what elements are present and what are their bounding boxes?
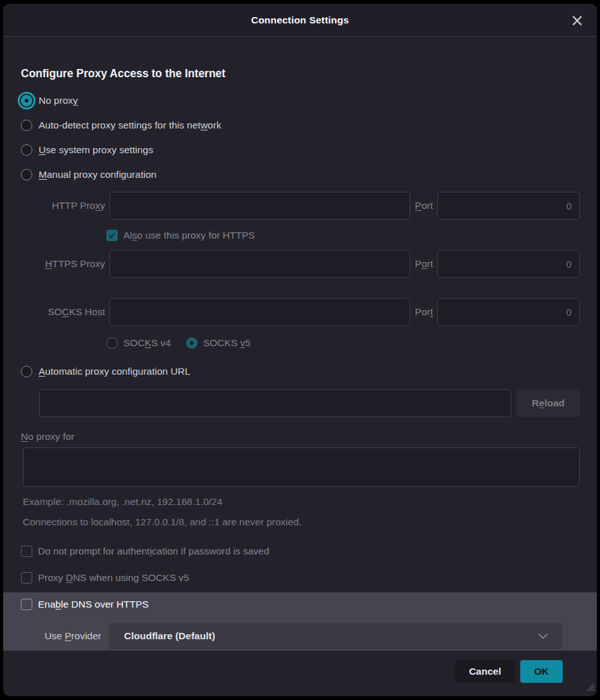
radio-socks5-icon[interactable] <box>186 337 197 349</box>
https-port-label: Port <box>410 258 437 270</box>
radio-manual-proxy-label: Manual proxy configuration <box>39 169 156 180</box>
radio-auto-detect[interactable]: Auto-detect proxy settings for this netw… <box>21 113 580 137</box>
check-icon <box>108 232 116 239</box>
reload-button[interactable]: Reload <box>516 389 580 417</box>
checkbox-icon[interactable] <box>21 599 32 610</box>
manual-proxy-group: HTTP Proxy Port Also use this proxy for … <box>18 192 580 351</box>
checkbox-enable-doh[interactable]: Enable DNS over HTTPS <box>21 599 580 610</box>
no-proxy-for-label: No proxy for <box>21 431 580 442</box>
provider-dropdown-value: Cloudflare (Default) <box>124 630 538 642</box>
socks-host-input[interactable] <box>109 298 410 326</box>
socks-host-label: SOCKS Host <box>18 306 109 318</box>
no-proxy-note-text: Connections to localhost, 127.0.0.1/8, a… <box>23 516 580 528</box>
https-proxy-label: HTTPS Proxy <box>18 258 109 270</box>
socks-port-label: Port <box>410 306 437 318</box>
auto-url-row: Reload <box>39 389 580 417</box>
dialog-titlebar: Connection Settings × <box>3 4 597 37</box>
checkbox-no-prompt[interactable]: Do not prompt for authentication if pass… <box>21 546 580 557</box>
checkbox-icon[interactable] <box>106 230 118 241</box>
radio-no-proxy-label: No proxy <box>39 95 78 106</box>
radio-socks4-icon[interactable] <box>106 337 118 349</box>
page-title: Configure Proxy Access to the Internet <box>21 67 580 80</box>
provider-dropdown[interactable]: Cloudflare (Default) <box>109 623 562 649</box>
socks-version-group: SOCKS v4 SOCKS v5 <box>106 335 580 351</box>
close-icon[interactable]: × <box>568 11 587 30</box>
http-port-input[interactable] <box>437 192 580 220</box>
no-proxy-for-textarea[interactable] <box>23 447 580 487</box>
radio-socks4-label: SOCKS v4 <box>123 337 171 349</box>
chevron-down-icon <box>538 634 548 639</box>
checkbox-icon[interactable] <box>21 546 32 557</box>
http-port-label: Port <box>410 200 437 211</box>
checkbox-no-prompt-label: Do not prompt for authentication if pass… <box>38 546 269 557</box>
checkbox-share-proxy[interactable]: Also use this proxy for HTTPS <box>106 230 580 241</box>
radio-auto-detect-label: Auto-detect proxy settings for this netw… <box>39 120 222 131</box>
dns-over-https-section: Enable DNS over HTTPS Use Provider Cloud… <box>3 592 597 651</box>
http-proxy-input[interactable] <box>109 192 410 220</box>
no-proxy-example-text: Example: .mozilla.org, .net.nz, 192.168.… <box>23 496 580 508</box>
use-provider-label: Use Provider <box>18 630 109 642</box>
ok-button[interactable]: OK <box>520 660 563 683</box>
cancel-button[interactable]: Cancel <box>455 660 515 683</box>
radio-auto-url[interactable]: Automatic proxy configuration URL <box>21 359 580 384</box>
radio-button-icon[interactable] <box>21 144 32 156</box>
radio-system-proxy[interactable]: Use system proxy settings <box>21 137 580 162</box>
radio-button-icon[interactable] <box>21 120 32 131</box>
provider-row: Use Provider Cloudflare (Default) <box>18 623 580 649</box>
radio-manual-proxy[interactable]: Manual proxy configuration <box>21 162 580 187</box>
radio-auto-url-label: Automatic proxy configuration URL <box>39 366 191 377</box>
https-port-input[interactable] <box>437 250 580 278</box>
dialog-footer: Cancel OK <box>18 660 580 683</box>
checkbox-icon[interactable] <box>21 572 32 584</box>
radio-button-icon[interactable] <box>21 95 32 106</box>
checkbox-enable-doh-label: Enable DNS over HTTPS <box>38 599 149 610</box>
dialog-title: Connection Settings <box>251 15 349 26</box>
radio-system-proxy-label: Use system proxy settings <box>39 144 153 156</box>
connection-settings-dialog: Connection Settings × Configure Proxy Ac… <box>3 4 597 696</box>
checkbox-proxy-dns-label: Proxy DNS when using SOCKS v5 <box>38 572 189 584</box>
http-proxy-label: HTTP Proxy <box>18 200 109 211</box>
radio-button-icon[interactable] <box>21 366 32 377</box>
auto-config-url-input[interactable] <box>39 389 511 417</box>
checkbox-share-proxy-label: Also use this proxy for HTTPS <box>123 230 255 241</box>
checkbox-proxy-dns[interactable]: Proxy DNS when using SOCKS v5 <box>21 572 580 584</box>
https-proxy-input[interactable] <box>109 250 410 278</box>
socks-port-input[interactable] <box>437 298 580 326</box>
radio-button-icon[interactable] <box>21 169 32 180</box>
resize-grip[interactable] <box>586 683 595 694</box>
radio-no-proxy[interactable]: No proxy <box>21 88 580 113</box>
radio-socks5-label: SOCKS v5 <box>203 337 251 349</box>
